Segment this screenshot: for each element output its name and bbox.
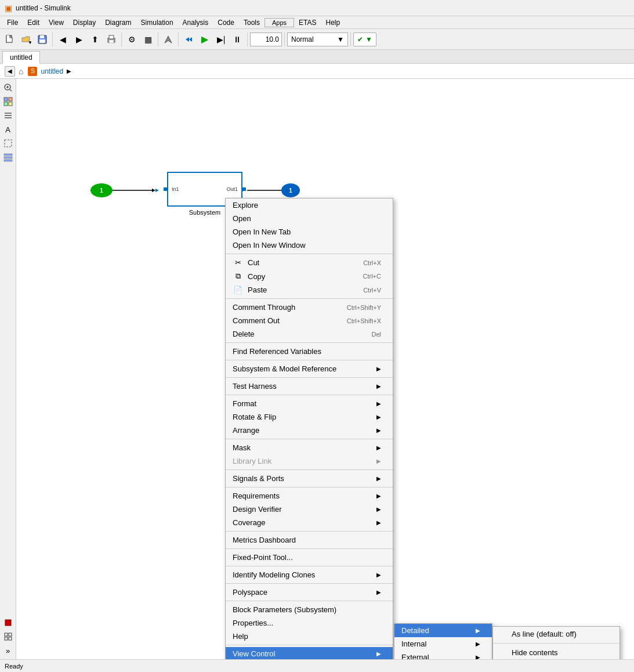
model-explorer-button[interactable]: ▦ — [140, 32, 155, 47]
cm-arrow-cov: ▶ — [376, 519, 381, 526]
cm-requirements[interactable]: Requirements ▶ — [226, 489, 393, 503]
signal-sink-block[interactable]: 1 — [281, 183, 300, 197]
sim-time-input[interactable] — [250, 32, 282, 46]
cm-format[interactable]: Format ▶ — [226, 397, 393, 410]
bottom-btn2[interactable]: » — [2, 644, 15, 657]
cm-mask[interactable]: Mask ▶ — [226, 441, 393, 454]
menu-view[interactable]: View — [44, 17, 68, 28]
svg-rect-28 — [9, 637, 12, 640]
step-forward-button[interactable]: ▶| — [213, 32, 229, 47]
cm-help[interactable]: Help — [226, 630, 393, 643]
sm2-hide-contents[interactable]: Hide contents — [493, 645, 619, 659]
cm-open-new-tab[interactable]: Open In New Tab — [226, 225, 393, 239]
svg-rect-24 — [5, 620, 11, 626]
cm-polyspace[interactable]: Polyspace ▶ — [226, 586, 393, 599]
svg-marker-33 — [155, 189, 159, 192]
block-library-button[interactable] — [2, 95, 15, 108]
svg-rect-2 — [40, 35, 44, 38]
menu-simulation[interactable]: Simulation — [136, 17, 178, 28]
new-button[interactable] — [2, 32, 17, 47]
cm-open[interactable]: Open — [226, 212, 393, 225]
add-area-button[interactable] — [2, 137, 15, 150]
cm-coverage[interactable]: Coverage ▶ — [226, 516, 393, 529]
cm-cut[interactable]: ✂ Cut Ctrl+X — [226, 256, 393, 269]
menu-edit[interactable]: Edit — [23, 17, 44, 28]
cm-view-control[interactable]: View Control ▶ — [226, 647, 393, 659]
breadcrumb-back-button[interactable]: ◀ — [5, 66, 15, 77]
cm-signals-ports[interactable]: Signals & Ports ▶ — [226, 472, 393, 485]
cm-subsystem-model-ref[interactable]: Subsystem & Model Reference ▶ — [226, 362, 393, 375]
pause-button[interactable]: ⏸ — [230, 32, 245, 47]
cm-fixed-point[interactable]: Fixed-Point Tool... — [226, 551, 393, 564]
signal-source-block[interactable]: 1 — [90, 183, 113, 197]
cm-comment-out[interactable]: Comment Out Ctrl+Shift+X — [226, 314, 393, 327]
svg-rect-16 — [9, 102, 12, 106]
cm-identify-clones[interactable]: Identify Modeling Clones ▶ — [226, 568, 393, 581]
sm1-internal[interactable]: Internal ▶ — [394, 637, 492, 651]
sm1-detailed[interactable]: Detailed ▶ — [394, 624, 492, 637]
cm-comment-through[interactable]: Comment Through Ctrl+Shift+Y — [226, 301, 393, 314]
undo-button[interactable]: ◀ — [55, 32, 70, 47]
up-button[interactable]: ⬆ — [88, 32, 103, 47]
cm-open-new-window[interactable]: Open In New Window — [226, 239, 393, 252]
cm-rotate-flip[interactable]: Rotate & Flip ▶ — [226, 410, 393, 424]
settings-button[interactable]: ⚙ — [124, 32, 139, 47]
cm-block-params[interactable]: Block Parameters (Subsystem) — [226, 603, 393, 616]
cm-sep1 — [226, 254, 393, 254]
fast-restart-button[interactable] — [181, 32, 196, 47]
menu-display[interactable]: Display — [68, 17, 100, 28]
run-button[interactable]: ▶ — [197, 32, 212, 47]
svg-rect-5 — [109, 35, 114, 39]
menu-file[interactable]: File — [2, 17, 23, 28]
svg-rect-20 — [5, 140, 12, 147]
redo-button[interactable]: ▶ — [71, 32, 86, 47]
cm-sep9 — [226, 487, 393, 487]
list-view-button[interactable] — [2, 109, 15, 122]
copy-icon: ⧉ — [233, 272, 243, 281]
cm-delete[interactable]: Delete Del — [226, 327, 393, 341]
cm-properties[interactable]: Properties... — [226, 616, 393, 630]
menu-apps[interactable]: Apps — [265, 18, 294, 27]
sm2-as-line[interactable]: As line (default: off) — [493, 627, 619, 641]
svg-rect-23 — [4, 160, 12, 161]
menu-code[interactable]: Code — [213, 17, 239, 28]
tab-untitled[interactable]: untitled — [2, 51, 40, 64]
menu-etas[interactable]: ETAS — [294, 17, 321, 28]
cm-arrange[interactable]: Arrange ▶ — [226, 424, 393, 437]
cm-paste[interactable]: 📄 Paste Ctrl+V — [226, 283, 393, 297]
cm-find-ref-vars[interactable]: Find Referenced Variables — [226, 345, 393, 358]
sep3 — [158, 32, 158, 46]
sm1-external[interactable]: External ▶ — [394, 651, 492, 659]
zoom-in-button[interactable] — [2, 81, 15, 94]
print-button[interactable] — [104, 32, 119, 47]
svg-marker-7 — [165, 36, 172, 43]
nav-button[interactable] — [161, 32, 176, 47]
cm-explore[interactable]: Explore — [226, 198, 393, 212]
run-mode-select[interactable]: Normal ▼ — [287, 32, 348, 46]
bottom-btn1[interactable] — [2, 630, 15, 643]
cm-arrow-rotate: ▶ — [376, 414, 381, 420]
app-icon: ▣ — [5, 3, 12, 13]
cut-icon: ✂ — [233, 258, 243, 267]
stop-button[interactable] — [2, 616, 15, 629]
annotation-button[interactable]: A — [2, 123, 15, 136]
cm-arrow-format: ▶ — [376, 400, 381, 407]
cm-sep4 — [226, 360, 393, 360]
cm-test-harness[interactable]: Test Harness ▶ — [226, 380, 393, 393]
cm-metrics-dashboard[interactable]: Metrics Dashboard — [226, 533, 393, 547]
breadcrumb-model-name[interactable]: untitled — [41, 67, 63, 75]
save-button[interactable] — [35, 32, 50, 47]
open-button[interactable]: ▼ — [19, 32, 34, 47]
menu-tools[interactable]: Tools — [239, 17, 265, 28]
cm-copy[interactable]: ⧉ Copy Ctrl+C — [226, 269, 393, 283]
menu-analysis[interactable]: Analysis — [178, 17, 213, 28]
sep4 — [178, 32, 179, 46]
menu-diagram[interactable]: Diagram — [100, 17, 136, 28]
check-button[interactable]: ✔ ▼ — [353, 32, 376, 46]
list-items-button[interactable] — [2, 151, 15, 164]
menu-help[interactable]: Help — [321, 17, 345, 28]
cm-sep15 — [226, 645, 393, 645]
cm-design-verifier[interactable]: Design Verifier ▶ — [226, 503, 393, 516]
cm-sep2 — [226, 298, 393, 299]
breadcrumb-model-icon: S — [28, 67, 37, 76]
